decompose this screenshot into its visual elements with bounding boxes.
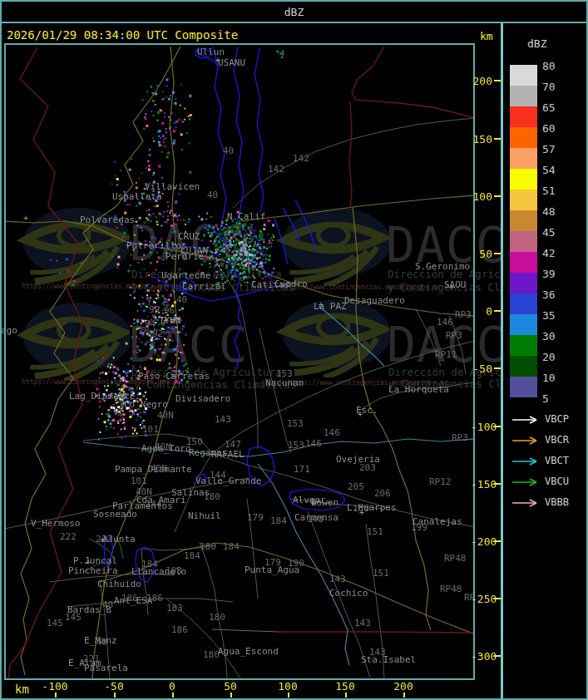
bottom-axis-unit-label: km (15, 683, 29, 696)
bottom-axis-tick-label: 200 (393, 681, 413, 692)
colorbar-tick-label: 42 (542, 248, 556, 259)
bottom-axis-tick (345, 693, 347, 698)
legend-row-vbbb: VBBB (511, 495, 586, 507)
colorbar-tick-label: 54 (542, 165, 556, 175)
colorbar-band (510, 273, 537, 293)
colorbar-tick-label: 70 (542, 81, 556, 92)
legend-row-vbcr: VBCR (511, 433, 586, 445)
timestamp-label: 2026/01/29 08:34:00 UTC Composite (7, 28, 238, 42)
title-bar: dBZ (2, 2, 586, 22)
colorbar-band (510, 210, 537, 231)
bottom-axis-tick (230, 693, 232, 698)
title-separator (2, 22, 586, 23)
colorbar-band (510, 314, 537, 335)
colorbar-tick-label: 35 (542, 310, 556, 321)
colorbar-band (510, 293, 537, 314)
right-axis-tick-label: 150 (471, 134, 492, 145)
right-axis-tick-label: 100 (471, 191, 492, 202)
window-title: dBZ (284, 6, 304, 18)
bottom-axis-tick-label: -50 (104, 681, 123, 692)
colorbar-tick-label: 39 (542, 269, 556, 279)
bottom-axis-tick (55, 693, 57, 698)
colorbar-tick-label: 5 (542, 393, 549, 404)
colorbar-title: dBZ (527, 37, 546, 50)
bottom-axis-tick (172, 693, 174, 698)
right-axis-tick-label: -300 (471, 651, 492, 662)
legend-arrow-icon (511, 415, 543, 425)
legend-arrow-icon (511, 477, 543, 487)
radar-app-window: dBZ 2026/01/29 08:34:00 UTC Composite km… (0, 0, 588, 700)
colorbar-tick-label: 10 (542, 372, 556, 383)
colorbar-tick-label: 45 (542, 227, 556, 238)
right-axis-tick-label: -150 (471, 479, 492, 490)
bottom-axis-tick-label: 100 (278, 681, 297, 692)
colorbar-band (510, 86, 537, 106)
bottom-axis-tick (403, 693, 405, 698)
legend-arrow-icon (511, 436, 543, 446)
bottom-axis-tick-label: 0 (169, 681, 175, 692)
colorbar-tick-label: 60 (542, 123, 556, 134)
right-axis-tick-label: 50 (471, 249, 492, 259)
colorbar-tick-label: 51 (542, 185, 556, 196)
colorbar-tick-label: 20 (542, 352, 556, 362)
colorbar-band (510, 377, 537, 397)
colorbar-band (510, 169, 537, 190)
colorbar-band (510, 106, 537, 127)
right-axis-unit-label: km (480, 30, 493, 42)
legend-row-vbcu: VBCU (511, 475, 586, 486)
colorbar-band (510, 252, 537, 273)
colorbar-band (510, 356, 537, 377)
legend-label: VBCR (545, 434, 569, 446)
legend-label: VBCP (545, 413, 569, 425)
colorbar-tick-label: 80 (542, 61, 556, 71)
right-axis-tick-label: -50 (471, 363, 492, 374)
colorbar-band (510, 127, 537, 148)
bottom-axis-tick-label: 150 (335, 681, 354, 692)
colorbar-band (510, 231, 537, 252)
colorbar-tick-label: 57 (542, 144, 556, 155)
colorbar-tick-label: 30 (542, 331, 556, 342)
colorbar-tick-label: 65 (542, 102, 556, 113)
right-axis-tick-label: -100 (471, 421, 492, 432)
colorbar-band (510, 335, 537, 356)
right-axis-tick-label: -250 (471, 594, 492, 604)
right-axis-tick-label: 0 (471, 306, 492, 317)
colorbar-tick-label: 48 (542, 206, 556, 217)
legend-label: VBCT (545, 455, 569, 466)
right-axis-tick-label: 200 (471, 76, 492, 86)
colorbar-band (510, 190, 537, 210)
right-axis-tick-label: -200 (471, 536, 492, 547)
colorbar-band (510, 148, 537, 169)
bottom-axis-tick (114, 693, 116, 698)
bottom-axis-tick-label: 50 (224, 681, 237, 692)
legend-row-vbcp: VBCP (511, 412, 586, 424)
radar-map-canvas (6, 45, 473, 678)
legend-row-vbct: VBCT (511, 454, 586, 466)
bottom-axis-tick (288, 693, 289, 698)
legend-arrow-icon (511, 456, 543, 466)
bottom-axis-tick-label: -100 (42, 681, 67, 692)
legend-label: VBBB (545, 496, 569, 508)
legend-arrow-icon (511, 498, 543, 508)
colorbar-band (510, 65, 537, 86)
colorbar-tick-label: 36 (542, 289, 556, 300)
legend-label: VBCU (545, 476, 569, 487)
color-scale-panel: dBZ 807065605754514845423936353020105 VB… (503, 23, 586, 698)
